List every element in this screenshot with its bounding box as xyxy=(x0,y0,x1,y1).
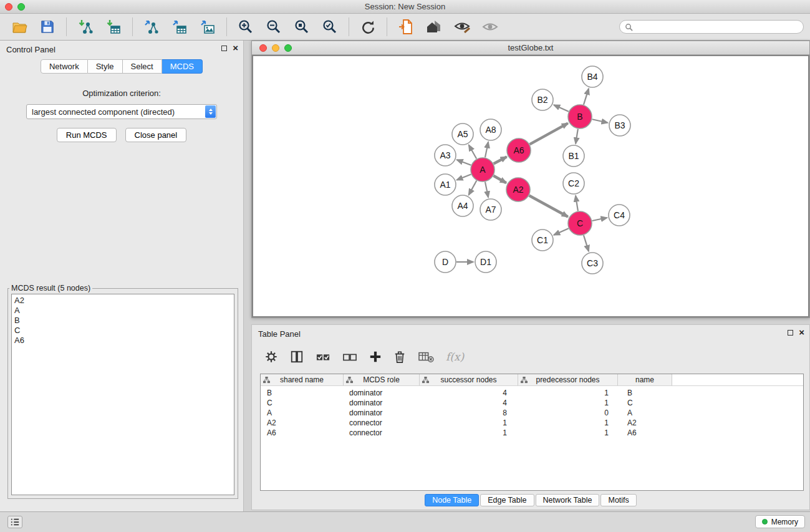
graph-node-B1[interactable]: B1 xyxy=(563,145,584,167)
export-document-button[interactable] xyxy=(393,16,419,38)
export-network-button[interactable] xyxy=(138,16,165,38)
graph-node-B2[interactable]: B2 xyxy=(532,89,553,110)
tab-network-table[interactable]: Network Table xyxy=(536,494,600,506)
network-canvas[interactable]: B4B2BB3A5A8A6A3B1AA1C2A2A4A7C4CC1DD1C3 xyxy=(252,55,809,317)
show-graphics-details-button[interactable] xyxy=(449,16,475,38)
graph-edge[interactable] xyxy=(584,89,589,105)
graph-node-C4[interactable]: C4 xyxy=(609,205,630,226)
table-row[interactable]: Adominator80A xyxy=(261,408,803,418)
graph-node-A3[interactable]: A3 xyxy=(435,145,456,166)
table-row[interactable]: A6connector11A6 xyxy=(261,428,803,438)
graph-edge[interactable] xyxy=(485,182,488,198)
table-settings-button[interactable] xyxy=(264,350,278,364)
save-session-button[interactable] xyxy=(34,16,60,38)
graph-node-D[interactable]: D xyxy=(435,251,456,273)
zoom-selected-button[interactable] xyxy=(317,16,343,38)
create-column-button[interactable] xyxy=(369,351,382,363)
graph-edge[interactable] xyxy=(457,160,471,165)
graph-edge[interactable] xyxy=(554,105,569,112)
export-image-button[interactable] xyxy=(195,16,221,38)
table-row[interactable]: Cdominator41C xyxy=(261,398,803,408)
mcds-result-item[interactable]: B xyxy=(12,316,234,326)
tab-mcds[interactable]: MCDS xyxy=(162,59,203,74)
graph-node-A5[interactable]: A5 xyxy=(452,123,473,145)
graph-edge[interactable] xyxy=(529,196,568,217)
graph-edge[interactable] xyxy=(469,145,476,158)
zoom-in-button[interactable] xyxy=(233,16,259,38)
graph-node-A7[interactable]: A7 xyxy=(480,199,501,220)
graph-edge[interactable] xyxy=(584,235,589,251)
graph-node-A2[interactable]: A2 xyxy=(506,178,530,201)
delete-column-button[interactable] xyxy=(393,350,406,364)
import-table-button[interactable] xyxy=(100,16,127,38)
table-row[interactable]: A2connector11A2 xyxy=(261,418,803,428)
tab-style[interactable]: Style xyxy=(88,59,123,74)
graph-edge[interactable] xyxy=(576,196,578,211)
graph-edge[interactable] xyxy=(530,123,568,145)
export-table-button[interactable] xyxy=(166,16,193,38)
tab-edge-table[interactable]: Edge Table xyxy=(480,494,534,506)
run-mcds-button[interactable]: Run MCDS xyxy=(57,128,117,142)
apply-layout-button[interactable] xyxy=(355,16,381,38)
graph-node-A[interactable]: A xyxy=(471,158,494,181)
graph-node-C3[interactable]: C3 xyxy=(582,253,603,274)
tab-network[interactable]: Network xyxy=(41,59,88,74)
close-table-panel-icon[interactable]: × xyxy=(799,329,804,336)
float-table-panel-icon[interactable] xyxy=(788,330,793,336)
graph-node-A1[interactable]: A1 xyxy=(435,174,456,195)
mcds-result-item[interactable]: A xyxy=(12,306,234,316)
tab-node-table[interactable]: Node Table xyxy=(425,494,479,506)
graph-node-C2[interactable]: C2 xyxy=(563,173,584,194)
task-history-button[interactable] xyxy=(7,516,22,528)
graph-edge[interactable] xyxy=(592,218,607,221)
minimize-network-button[interactable] xyxy=(272,44,279,52)
graph-node-A6[interactable]: A6 xyxy=(507,138,531,162)
graph-node-A8[interactable]: A8 xyxy=(480,119,501,140)
mcds-result-item[interactable]: A6 xyxy=(12,336,234,346)
graph-edge[interactable] xyxy=(457,174,471,180)
import-network-button[interactable] xyxy=(72,16,99,38)
close-panel-icon[interactable]: × xyxy=(233,44,238,52)
close-network-button[interactable] xyxy=(259,44,267,52)
mcds-result-item[interactable]: A2 xyxy=(12,296,234,306)
graph-edge[interactable] xyxy=(554,228,569,235)
close-panel-button[interactable]: Close panel xyxy=(125,128,187,142)
graph-edge[interactable] xyxy=(592,119,608,122)
graph-edge[interactable] xyxy=(576,129,578,143)
criterion-dropdown[interactable]: largest connected component (directed) xyxy=(26,104,217,119)
table-row[interactable]: Bdominator41B xyxy=(261,388,803,398)
mcds-result-item[interactable]: C xyxy=(12,326,234,336)
home-button[interactable] xyxy=(421,16,447,38)
network-graph[interactable]: B4B2BB3A5A8A6A3B1AA1C2A2A4A7C4CC1DD1C3 xyxy=(253,56,809,317)
graph-edge[interactable] xyxy=(493,176,506,183)
column-header-successor-nodes[interactable]: successor nodes xyxy=(420,374,518,385)
open-session-button[interactable] xyxy=(6,16,32,38)
tab-motifs[interactable]: Motifs xyxy=(600,494,636,506)
graph-node-B3[interactable]: B3 xyxy=(609,115,630,136)
graph-node-C1[interactable]: C1 xyxy=(532,230,553,251)
graph-edge[interactable] xyxy=(485,142,488,158)
column-header-mcds-role[interactable]: MCDS role xyxy=(344,374,420,385)
delete-table-button[interactable] xyxy=(418,350,434,364)
birds-eye-view-button[interactable] xyxy=(477,16,503,38)
tab-select[interactable]: Select xyxy=(123,59,162,74)
graph-edge[interactable] xyxy=(494,157,507,163)
zoom-fit-button[interactable] xyxy=(289,16,315,38)
graph-node-D1[interactable]: D1 xyxy=(475,251,496,273)
column-header-name[interactable]: name xyxy=(618,374,672,385)
unselect-all-columns-button[interactable] xyxy=(342,350,357,364)
zoom-out-button[interactable] xyxy=(261,16,287,38)
graph-node-C[interactable]: C xyxy=(568,211,592,235)
zoom-network-button[interactable] xyxy=(284,44,292,52)
function-builder-button[interactable]: f(x) xyxy=(446,351,464,363)
search-input[interactable] xyxy=(636,22,798,31)
column-header-predecessor-nodes[interactable]: predecessor nodes xyxy=(518,374,618,385)
show-columns-button[interactable] xyxy=(290,350,304,364)
column-header-shared-name[interactable]: shared name xyxy=(261,374,344,385)
graph-node-B4[interactable]: B4 xyxy=(582,66,603,87)
graph-node-A4[interactable]: A4 xyxy=(452,195,473,216)
mcds-result-list[interactable]: A2ABCA6 xyxy=(11,294,234,495)
select-all-columns-button[interactable] xyxy=(316,350,330,364)
float-panel-icon[interactable] xyxy=(221,46,227,51)
graph-node-B[interactable]: B xyxy=(568,105,592,128)
